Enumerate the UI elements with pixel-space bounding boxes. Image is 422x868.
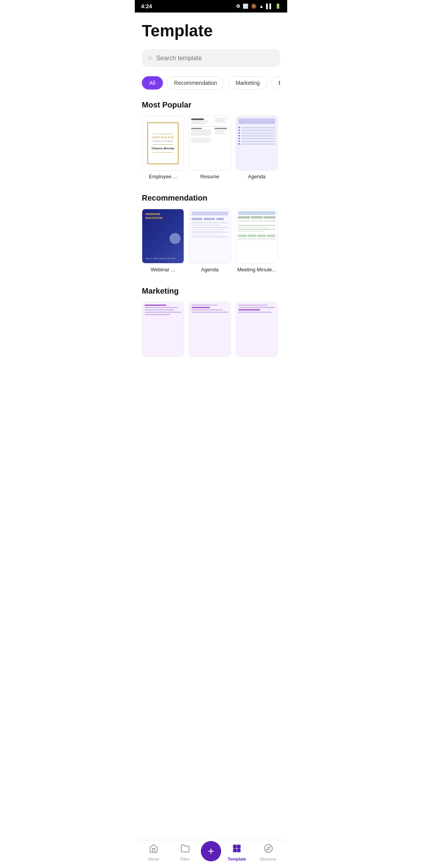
template-card-webinar[interactable]: WEBINARINVITATION June 11, 2021, Friday … <box>142 209 184 273</box>
template-thumb-mkt1 <box>142 302 184 357</box>
template-card-meeting-minutes[interactable]: Meeting Minute... <box>236 209 278 273</box>
template-label-resume: Resume <box>189 174 231 179</box>
cert-border: CERTIFICATE Employee of the Month Chiarr… <box>147 122 178 164</box>
agenda-row-1 <box>238 127 275 128</box>
template-card-agenda[interactable]: Agenda <box>236 116 278 179</box>
template-label-agenda2: Agenda <box>189 267 231 273</box>
template-label-meeting-minutes: Meeting Minute... <box>236 267 278 273</box>
wifi-icon: ▲ <box>259 4 264 9</box>
signal-icon: ▌▌ <box>266 4 273 9</box>
cert-name: Chiarra Mochar <box>152 147 175 150</box>
section-recommendation: Recommendation WEBINARINVITATION June 11… <box>142 194 280 274</box>
cert-line-bot <box>153 152 173 152</box>
template-label-agenda: Agenda <box>236 174 278 179</box>
template-thumb-mkt3 <box>236 302 278 357</box>
cert-thumb: CERTIFICATE Employee of the Month Chiarr… <box>142 116 184 170</box>
cert-subtitle: Employee of the Month <box>153 140 173 142</box>
template-card-mkt2[interactable] <box>189 302 231 360</box>
filter-tabs: All Recommendation Marketing Education <box>142 76 280 90</box>
webinar-detail: June 11, 2021, Friday 15:00-17:00 <box>145 257 181 260</box>
main-content: Template ○ All Recommendation Marketing … <box>135 13 287 840</box>
template-grid-most-popular: CERTIFICATE Employee of the Month Chiarr… <box>142 116 280 181</box>
filter-tab-all[interactable]: All <box>142 76 163 90</box>
template-card-employee[interactable]: CERTIFICATE Employee of the Month Chiarr… <box>142 116 184 179</box>
section-title-recommendation: Recommendation <box>142 194 280 203</box>
bell-off-icon: 🔕 <box>251 4 257 9</box>
template-thumb-resume <box>189 116 231 170</box>
mkt3-thumb <box>236 302 277 356</box>
filter-tab-education[interactable]: Education <box>271 76 280 90</box>
template-thumb-agenda <box>236 116 278 170</box>
agenda2-thumb <box>189 209 231 263</box>
search-bar[interactable]: ○ <box>142 49 280 67</box>
template-card-agenda2[interactable]: Agenda <box>189 209 231 273</box>
template-grid-recommendation: WEBINARINVITATION June 11, 2021, Friday … <box>142 209 280 274</box>
meeting-thumb <box>236 209 277 263</box>
cert-line-top <box>153 134 173 134</box>
template-thumb-employee: CERTIFICATE Employee of the Month Chiarr… <box>142 116 184 170</box>
battery-icon: 🔋 <box>275 4 281 9</box>
agenda-header <box>238 118 275 124</box>
agenda-thumb <box>236 116 277 170</box>
webinar-thumb: WEBINARINVITATION June 11, 2021, Friday … <box>142 209 184 263</box>
template-card-mkt1[interactable] <box>142 302 184 360</box>
section-title-marketing: Marketing <box>142 287 280 296</box>
template-label-employee: Employee ... <box>142 174 184 179</box>
webinar-title: WEBINARINVITATION <box>145 212 181 220</box>
settings-icon: ⚙ <box>236 4 240 9</box>
template-thumb-webinar: WEBINARINVITATION June 11, 2021, Friday … <box>142 209 184 264</box>
meeting-header <box>238 211 275 215</box>
resume-thumb <box>189 116 231 170</box>
cert-title: CERTIFICATE <box>152 136 174 139</box>
mkt2-thumb <box>189 302 231 356</box>
template-grid-marketing <box>142 302 280 361</box>
mkt1-thumb <box>142 302 184 356</box>
page-title: Template <box>142 22 280 40</box>
webinar-person <box>170 233 181 244</box>
template-thumb-agenda2 <box>189 209 231 264</box>
section-most-popular: Most Popular CERTIFICATE Employee of the… <box>142 100 280 181</box>
status-icons: ⚙ ⬜ 🔕 ▲ ▌▌ 🔋 <box>236 4 281 9</box>
filter-tab-recommendation[interactable]: Recommendation <box>167 76 225 90</box>
section-marketing: Marketing <box>142 287 280 361</box>
search-input[interactable] <box>156 55 274 62</box>
template-label-webinar: Webinar ... <box>142 267 184 273</box>
template-thumb-meeting-minutes <box>236 209 278 264</box>
template-card-mkt3[interactable] <box>236 302 278 360</box>
filter-tab-marketing[interactable]: Marketing <box>228 76 267 90</box>
status-time: 4:24 <box>141 3 152 9</box>
section-title-most-popular: Most Popular <box>142 100 280 109</box>
status-bar: 4:24 ⚙ ⬜ 🔕 ▲ ▌▌ 🔋 <box>135 0 287 13</box>
template-card-resume[interactable]: Resume <box>189 116 231 179</box>
screenshot-icon: ⬜ <box>243 4 249 9</box>
search-icon: ○ <box>148 54 152 62</box>
cert-line-mid <box>153 144 173 145</box>
template-thumb-mkt2 <box>189 302 231 357</box>
